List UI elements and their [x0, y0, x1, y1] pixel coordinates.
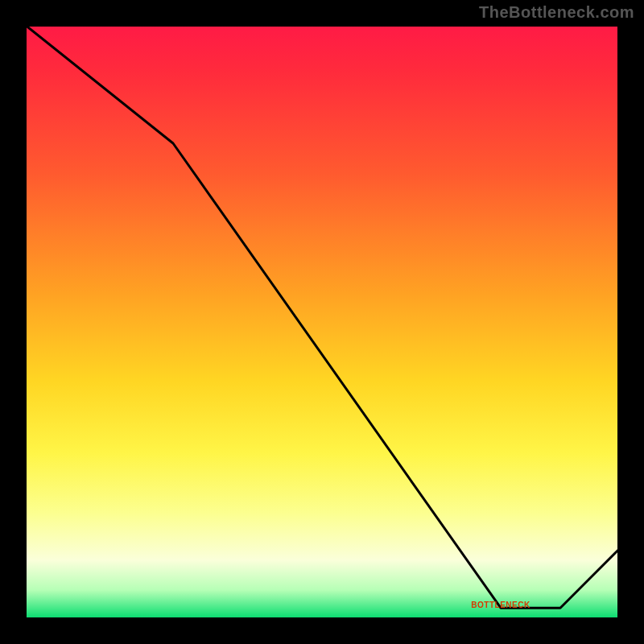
watermark-text: TheBottleneck.com — [479, 3, 634, 22]
chart-container: TheBottleneck.com BOTTLENECK — [0, 0, 644, 644]
bottleneck-annotation: BOTTLENECK — [471, 601, 530, 609]
plot-gradient-background — [24, 24, 620, 620]
